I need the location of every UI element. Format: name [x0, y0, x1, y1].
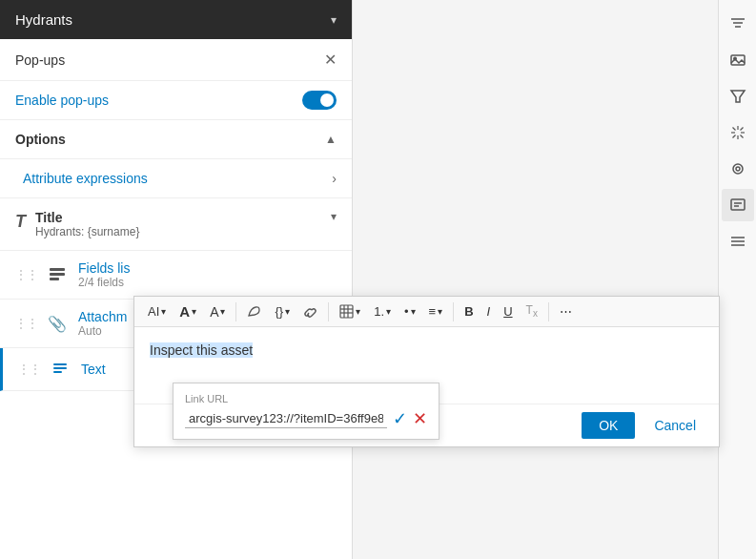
funnel-toolbar-button[interactable]	[722, 80, 754, 113]
unordered-list-button[interactable]: • ▾	[398, 301, 421, 321]
title-name: Title	[35, 210, 331, 225]
clear-format-label: Tx	[526, 303, 538, 319]
enable-popups-toggle[interactable]	[302, 91, 337, 110]
panel-header: Hydrants ▾	[0, 0, 352, 39]
svg-line-19	[732, 135, 735, 138]
sparkle-toolbar-button[interactable]	[722, 116, 754, 149]
bold-button[interactable]: B	[459, 301, 479, 321]
attachments-drag-handle-icon: ⋮⋮	[15, 317, 38, 330]
popups-close-button[interactable]: ✕	[324, 51, 337, 69]
font-color-button[interactable]: A ▾	[204, 301, 231, 322]
code-button[interactable]: {} ▾	[269, 301, 296, 321]
svg-rect-28	[340, 305, 353, 318]
image-toolbar-button[interactable]	[722, 44, 754, 76]
bold-label: B	[464, 304, 473, 319]
editor-content-area[interactable]: Inspect this asset Link URL ✓ ✕	[134, 327, 719, 404]
svg-point-20	[733, 164, 743, 174]
title-section-row[interactable]: T Title Hydrants: {surname} ▾	[0, 198, 352, 251]
right-toolbar	[718, 0, 756, 559]
popups-label: Pop-ups	[15, 52, 65, 68]
separator-1	[235, 302, 236, 321]
align-button[interactable]: ≡ ▾	[423, 301, 449, 321]
ordered-list-label: 1.	[374, 304, 384, 319]
underline-button[interactable]: U	[498, 301, 518, 321]
fields-item-sub: 2/4 fields	[78, 276, 337, 289]
editor-toolbar: AI ▾ A ▾ A ▾ {} ▾	[134, 297, 719, 327]
title-chevron-icon: ▾	[331, 210, 337, 223]
fields-list-item[interactable]: ⋮⋮ Fields lis 2/4 fields	[0, 251, 352, 300]
font-size-label: A	[179, 303, 190, 320]
link-button[interactable]	[297, 301, 323, 321]
filter-toolbar-button[interactable]	[722, 8, 754, 40]
code-chevron-icon: ▾	[285, 306, 290, 317]
unordered-list-label: •	[404, 304, 409, 319]
separator-2	[328, 302, 329, 321]
attribute-expressions-row[interactable]: Attribute expressions ›	[0, 159, 352, 198]
svg-line-18	[740, 128, 743, 131]
code-label: {}	[275, 304, 283, 319]
svg-point-21	[736, 167, 740, 171]
text-item-icon	[49, 358, 72, 381]
separator-3	[453, 302, 454, 321]
svg-rect-5	[53, 371, 62, 373]
fields-item-name: Fields lis	[78, 260, 337, 276]
ordered-list-chevron-icon: ▾	[386, 306, 391, 317]
svg-rect-2	[50, 278, 59, 280]
link-url-input[interactable]	[185, 409, 387, 428]
svg-rect-22	[731, 199, 745, 210]
font-size-button[interactable]: A ▾	[174, 300, 202, 322]
left-panel: Hydrants ▾ Pop-ups ✕ Enable pop-ups Opti…	[0, 0, 353, 559]
fields-item-icon	[46, 263, 69, 286]
ok-button[interactable]: OK	[582, 412, 635, 439]
ai-label: AI	[148, 304, 159, 319]
styles-toolbar-button[interactable]	[722, 153, 754, 185]
link-cancel-button[interactable]: ✕	[413, 408, 427, 429]
svg-rect-4	[53, 367, 67, 369]
fields-item-content: Fields lis 2/4 fields	[78, 260, 337, 289]
enable-popups-label: Enable pop-ups	[15, 93, 109, 108]
title-subtitle: Hydrants: {surname}	[35, 225, 331, 238]
unordered-list-chevron-icon: ▾	[411, 306, 416, 317]
enable-popups-row: Enable pop-ups	[0, 81, 352, 120]
options-row: Options ▲	[0, 120, 352, 159]
panel-header-chevron-icon: ▾	[331, 13, 337, 27]
clear-format-button[interactable]: Tx	[521, 300, 543, 321]
title-content: Title Hydrants: {surname}	[35, 210, 331, 238]
link-confirm-button[interactable]: ✓	[393, 408, 407, 429]
draw-icon	[247, 304, 261, 319]
table-chevron-icon: ▾	[356, 306, 360, 317]
align-chevron-icon: ▾	[438, 306, 442, 317]
link-url-popup: Link URL ✓ ✕	[173, 383, 439, 440]
svg-line-17	[740, 135, 743, 138]
rich-text-editor: AI ▾ A ▾ A ▾ {} ▾	[133, 296, 720, 447]
link-url-label: Link URL	[185, 393, 427, 404]
more-options-button[interactable]: ⋯	[554, 301, 578, 321]
separator-4	[548, 302, 549, 321]
popups-section-row: Pop-ups ✕	[0, 39, 352, 81]
list-toolbar-button[interactable]	[722, 225, 754, 258]
svg-rect-3	[53, 363, 67, 365]
cancel-button[interactable]: Cancel	[643, 412, 707, 439]
underline-label: U	[503, 304, 512, 319]
svg-rect-0	[50, 268, 65, 271]
more-options-label: ⋯	[560, 304, 572, 319]
draw-button[interactable]	[241, 301, 267, 321]
options-chevron-icon: ▲	[325, 133, 337, 146]
attribute-expressions-label: Attribute expressions	[23, 171, 148, 186]
svg-rect-1	[50, 273, 65, 276]
font-size-chevron-icon: ▾	[192, 306, 196, 317]
fields-drag-handle-icon: ⋮⋮	[15, 268, 38, 281]
link-url-input-row: ✓ ✕	[185, 408, 427, 429]
link-icon	[303, 304, 317, 319]
italic-button[interactable]: I	[481, 301, 497, 321]
align-label: ≡	[429, 304, 437, 319]
font-color-chevron-icon: ▾	[220, 306, 225, 317]
attachments-item-icon: 📎	[46, 312, 69, 335]
popup-toolbar-button[interactable]	[722, 189, 754, 221]
table-button[interactable]: ▾	[334, 301, 366, 321]
ai-chevron-icon: ▾	[161, 306, 166, 317]
ai-button[interactable]: AI ▾	[142, 301, 172, 321]
svg-line-16	[732, 128, 735, 131]
panel-title: Hydrants	[15, 11, 72, 28]
ordered-list-button[interactable]: 1. ▾	[368, 301, 397, 321]
